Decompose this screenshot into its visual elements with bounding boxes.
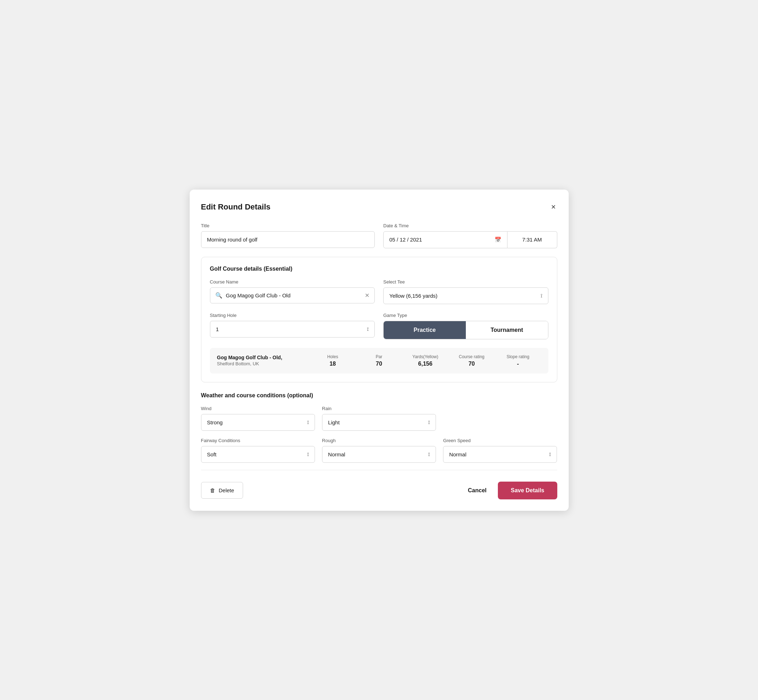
footer-actions: Cancel Save Details: [465, 481, 557, 499]
title-input[interactable]: [201, 231, 375, 248]
wind-group: Wind Strong ⟟: [201, 406, 315, 431]
course-stat-holes: Holes 18: [310, 354, 356, 367]
course-name-input[interactable]: 🔍 Gog Magog Golf Club - Old ✕: [210, 288, 375, 303]
datetime-label: Date & Time: [383, 223, 557, 228]
fairway-group: Fairway Conditions Soft ⟟: [201, 438, 315, 463]
save-button[interactable]: Save Details: [498, 481, 557, 499]
modal-header: Edit Round Details ×: [201, 201, 557, 213]
slope-rating-value: -: [517, 361, 519, 367]
trash-icon: 🗑: [210, 487, 215, 493]
practice-button[interactable]: Practice: [384, 321, 466, 339]
date-time-row: 05 / 12 / 2021 📅 7:31 AM: [383, 231, 557, 248]
fairway-label: Fairway Conditions: [201, 438, 315, 443]
fairway-dropdown[interactable]: Soft ⟟: [201, 446, 315, 463]
green-speed-value: Normal: [449, 452, 549, 458]
par-label: Par: [376, 354, 382, 359]
rain-group: Rain Light ⟟: [322, 406, 436, 431]
course-stat-course-rating: Course rating 70: [448, 354, 495, 367]
course-info-name: Gog Magog Golf Club - Old, Shelford Bott…: [217, 355, 310, 366]
rough-group: Rough Normal ⟟: [322, 438, 436, 463]
select-tee-dropdown[interactable]: Yellow (6,156 yards) ⟟: [383, 288, 548, 304]
chevron-down-icon: ⟟: [307, 452, 309, 458]
title-datetime-row: Title Date & Time 05 / 12 / 2021 📅 7:31 …: [201, 223, 557, 248]
rough-label: Rough: [322, 438, 436, 443]
modal-title: Edit Round Details: [201, 202, 271, 212]
wind-dropdown[interactable]: Strong ⟟: [201, 414, 315, 431]
course-stat-par: Par 70: [356, 354, 402, 367]
course-name-label: Course Name: [210, 279, 375, 284]
course-info-location: Shelford Bottom, UK: [217, 361, 310, 366]
green-speed-dropdown[interactable]: Normal ⟟: [443, 446, 557, 463]
chevron-down-icon: ⟟: [307, 419, 309, 425]
time-value: 7:31 AM: [522, 236, 542, 242]
cancel-button[interactable]: Cancel: [465, 482, 489, 499]
yards-value: 6,156: [418, 361, 432, 367]
course-rating-label: Course rating: [459, 354, 484, 359]
select-tee-group: Select Tee Yellow (6,156 yards) ⟟: [383, 279, 548, 304]
date-value: 05 / 12 / 2021: [389, 236, 422, 242]
chevron-down-icon: ⟟: [540, 293, 542, 299]
golf-course-section: Golf Course details (Essential) Course N…: [201, 257, 557, 382]
calendar-icon: 📅: [495, 236, 501, 243]
rough-value: Normal: [328, 452, 428, 458]
starting-hole-group: Starting Hole 1 ⟟: [210, 312, 375, 338]
weather-section-title: Weather and course conditions (optional): [201, 392, 557, 399]
starting-hole-value: 1: [216, 326, 367, 332]
par-value: 70: [376, 361, 382, 367]
green-speed-label: Green Speed: [443, 438, 557, 443]
delete-label: Delete: [219, 487, 234, 493]
fairway-value: Soft: [207, 452, 307, 458]
close-button[interactable]: ×: [550, 201, 557, 213]
clear-course-icon[interactable]: ✕: [365, 292, 370, 299]
game-type-toggle: Practice Tournament: [383, 321, 548, 339]
title-label: Title: [201, 223, 375, 228]
holes-value: 18: [329, 361, 336, 367]
rain-dropdown[interactable]: Light ⟟: [322, 414, 436, 431]
wind-rain-row: Wind Strong ⟟ Rain Light ⟟: [201, 406, 557, 431]
course-rating-value: 70: [468, 361, 475, 367]
wind-value: Strong: [207, 419, 307, 425]
footer-row: 🗑 Delete Cancel Save Details: [201, 481, 557, 499]
date-input[interactable]: 05 / 12 / 2021 📅: [383, 231, 507, 248]
wind-label: Wind: [201, 406, 315, 411]
course-stat-slope-rating: Slope rating -: [495, 354, 541, 367]
golf-course-title: Golf Course details (Essential): [210, 266, 548, 272]
chevron-down-icon: ⟟: [549, 452, 551, 458]
footer-divider: [201, 470, 557, 470]
chevron-down-icon: ⟟: [428, 452, 430, 458]
datetime-group: Date & Time 05 / 12 / 2021 📅 7:31 AM: [383, 223, 557, 248]
course-name-group: Course Name 🔍 Gog Magog Golf Club - Old …: [210, 279, 375, 303]
game-type-group: Game Type Practice Tournament: [383, 312, 548, 339]
rain-value: Light: [328, 419, 428, 425]
course-stat-yards: Yards(Yellow) 6,156: [402, 354, 448, 367]
green-speed-group: Green Speed Normal ⟟: [443, 438, 557, 463]
title-group: Title: [201, 223, 375, 248]
starting-hole-label: Starting Hole: [210, 312, 375, 318]
starting-hole-dropdown[interactable]: 1 ⟟: [210, 321, 375, 338]
weather-section: Weather and course conditions (optional)…: [201, 392, 557, 463]
select-tee-value: Yellow (6,156 yards): [389, 293, 540, 299]
search-icon: 🔍: [215, 292, 222, 299]
rough-dropdown[interactable]: Normal ⟟: [322, 446, 436, 463]
hole-gametype-row: Starting Hole 1 ⟟ Game Type Practice Tou…: [210, 312, 548, 339]
edit-round-modal: Edit Round Details × Title Date & Time 0…: [190, 189, 568, 511]
slope-rating-label: Slope rating: [506, 354, 529, 359]
tournament-button[interactable]: Tournament: [466, 321, 548, 339]
course-info-name-text: Gog Magog Golf Club - Old,: [217, 355, 310, 360]
select-tee-label: Select Tee: [383, 279, 548, 284]
fairway-rough-green-row: Fairway Conditions Soft ⟟ Rough Normal ⟟…: [201, 438, 557, 463]
chevron-down-icon: ⟟: [367, 326, 369, 332]
course-name-tee-row: Course Name 🔍 Gog Magog Golf Club - Old …: [210, 279, 548, 304]
delete-button[interactable]: 🗑 Delete: [201, 482, 243, 499]
time-input[interactable]: 7:31 AM: [507, 231, 557, 248]
course-info-box: Gog Magog Golf Club - Old, Shelford Bott…: [210, 348, 548, 373]
rain-label: Rain: [322, 406, 436, 411]
yards-label: Yards(Yellow): [412, 354, 439, 359]
holes-label: Holes: [327, 354, 338, 359]
chevron-down-icon: ⟟: [428, 419, 430, 425]
game-type-label: Game Type: [383, 312, 548, 318]
course-name-value: Gog Magog Golf Club - Old: [226, 292, 362, 298]
